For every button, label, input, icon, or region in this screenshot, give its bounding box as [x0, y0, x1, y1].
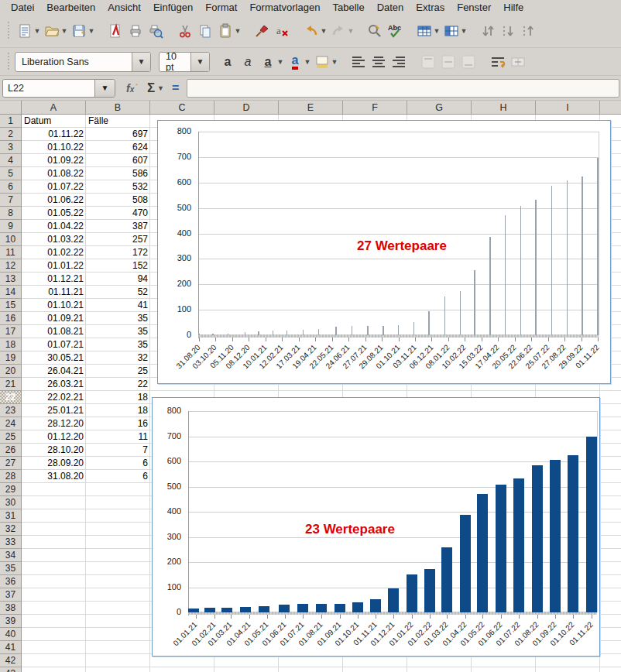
cell-A28[interactable]: 31.08.20 [24, 470, 84, 483]
cut-button[interactable] [175, 20, 195, 42]
clear-formatting-button[interactable]: a [272, 20, 292, 42]
row-header-13[interactable]: 13 [0, 273, 21, 286]
cell-A2[interactable]: 01.11.22 [24, 128, 84, 141]
row-header-29[interactable]: 29 [0, 483, 21, 496]
row-header-31[interactable]: 31 [0, 509, 21, 523]
row-header-28[interactable]: 28 [0, 470, 21, 483]
cell-A16[interactable]: 01.09.21 [24, 312, 84, 325]
export-pdf-button[interactable] [105, 20, 125, 42]
row-header-30[interactable]: 30 [0, 496, 21, 509]
chevron-down-icon[interactable]: ▼ [234, 27, 242, 35]
cell-A13[interactable]: 01.12.21 [24, 273, 84, 286]
row-header-21[interactable]: 21 [0, 378, 21, 391]
row-header-33[interactable]: 33 [0, 536, 21, 549]
cell-B5[interactable]: 586 [88, 167, 148, 180]
row-header-5[interactable]: 5 [0, 167, 21, 180]
row-header-25[interactable]: 25 [0, 430, 21, 444]
print-preview-button[interactable] [146, 20, 166, 42]
chevron-down-icon[interactable]: ▼ [320, 27, 328, 35]
cell-B17[interactable]: 35 [88, 325, 148, 338]
cell-A12[interactable]: 01.01.22 [24, 259, 84, 273]
chart-object-1[interactable]: 010020030040050060070080031.08.2003.10.2… [157, 120, 611, 384]
row-header-24[interactable]: 24 [0, 417, 21, 430]
menu-item-ansicht[interactable]: Ansicht [101, 1, 147, 14]
cell-A21[interactable]: 26.03.21 [24, 378, 84, 391]
sum-icon[interactable]: Σ [147, 81, 155, 96]
column-header-B[interactable]: B [86, 101, 150, 114]
cell-B14[interactable]: 52 [88, 286, 148, 299]
highlight-color-button[interactable] [312, 51, 332, 73]
paste-button[interactable] [215, 20, 235, 42]
font-name-combobox[interactable]: Liberation Sans ▼ [15, 52, 151, 72]
new-document-button[interactable] [15, 20, 35, 42]
row-header-34[interactable]: 34 [0, 549, 21, 562]
row-header-23[interactable]: 23 [0, 404, 21, 417]
cell-B24[interactable]: 16 [88, 417, 148, 430]
row-header-32[interactable]: 32 [0, 523, 21, 536]
cell-B23[interactable]: 18 [88, 404, 148, 417]
cell-B10[interactable]: 257 [88, 233, 148, 246]
cell-B25[interactable]: 11 [88, 430, 148, 444]
name-box[interactable]: L22 ▼ [2, 79, 115, 98]
chevron-down-icon[interactable]: ▼ [60, 27, 68, 35]
cell-A1[interactable]: Datum [24, 115, 84, 128]
cell-B2[interactable]: 697 [88, 128, 148, 141]
cell-B18[interactable]: 35 [88, 338, 148, 351]
cell-B21[interactable]: 22 [88, 378, 148, 391]
chevron-down-icon[interactable]: ▼ [460, 27, 468, 35]
row-header-14[interactable]: 14 [0, 286, 21, 299]
cell-A24[interactable]: 28.12.20 [24, 417, 84, 430]
column-header-C[interactable]: C [150, 101, 214, 114]
row-header-18[interactable]: 18 [0, 338, 21, 351]
cell-B11[interactable]: 172 [88, 246, 148, 259]
copy-button[interactable] [195, 20, 215, 42]
cell-B4[interactable]: 607 [88, 154, 148, 167]
column-header-G[interactable]: G [407, 101, 472, 114]
cell-B26[interactable]: 7 [88, 444, 148, 457]
cell-A4[interactable]: 01.09.22 [24, 154, 84, 167]
chevron-down-icon[interactable]: ▼ [304, 58, 311, 66]
column-header-I[interactable]: I [536, 101, 600, 114]
cell-A19[interactable]: 30.05.21 [24, 351, 84, 365]
wrap-text-button[interactable] [488, 51, 508, 73]
column-header-A[interactable]: A [22, 101, 86, 114]
cell-A27[interactable]: 28.09.20 [24, 457, 84, 470]
cell-A23[interactable]: 25.01.21 [24, 404, 84, 417]
cell-A11[interactable]: 01.02.22 [24, 246, 84, 259]
row-header-8[interactable]: 8 [0, 207, 21, 220]
cell-A20[interactable]: 26.04.21 [24, 365, 84, 378]
column-header-J[interactable]: J [600, 101, 621, 114]
spelling-button[interactable]: Abc [385, 20, 405, 42]
cell-A18[interactable]: 01.07.21 [24, 338, 84, 351]
select-all-corner[interactable] [0, 101, 22, 115]
table-rows-button[interactable] [414, 20, 434, 42]
row-header-27[interactable]: 27 [0, 457, 21, 470]
row-header-42[interactable]: 42 [0, 654, 21, 667]
undo-button[interactable] [301, 20, 321, 42]
menu-item-daten[interactable]: Daten [371, 1, 410, 14]
cell-A3[interactable]: 01.10.22 [24, 141, 84, 154]
chevron-down-icon[interactable]: ▼ [87, 27, 95, 35]
sort-descending-button[interactable] [498, 20, 518, 42]
equals-icon[interactable]: = [172, 81, 179, 95]
row-header-37[interactable]: 37 [0, 588, 21, 602]
column-header-E[interactable]: E [279, 101, 343, 114]
toolbar-grip[interactable] [8, 53, 12, 71]
cell-B12[interactable]: 152 [88, 259, 148, 273]
function-wizard-icon[interactable]: fx˙ [126, 82, 138, 94]
cell-B3[interactable]: 624 [88, 141, 148, 154]
align-left-button[interactable] [348, 51, 369, 73]
row-header-6[interactable]: 6 [0, 180, 21, 194]
row-header-22[interactable]: 22 [0, 391, 21, 404]
chevron-down-icon[interactable]: ▼ [190, 53, 209, 71]
row-header-35[interactable]: 35 [0, 562, 21, 575]
cell-B16[interactable]: 35 [88, 312, 148, 325]
row-header-9[interactable]: 9 [0, 220, 21, 233]
chevron-down-icon[interactable]: ▼ [132, 53, 150, 71]
cell-B15[interactable]: 41 [88, 299, 148, 312]
row-header-39[interactable]: 39 [0, 615, 21, 628]
toolbar-grip[interactable] [8, 22, 12, 40]
row-header-19[interactable]: 19 [0, 351, 21, 365]
clone-formatting-button[interactable] [252, 20, 272, 42]
open-button[interactable] [42, 20, 62, 42]
